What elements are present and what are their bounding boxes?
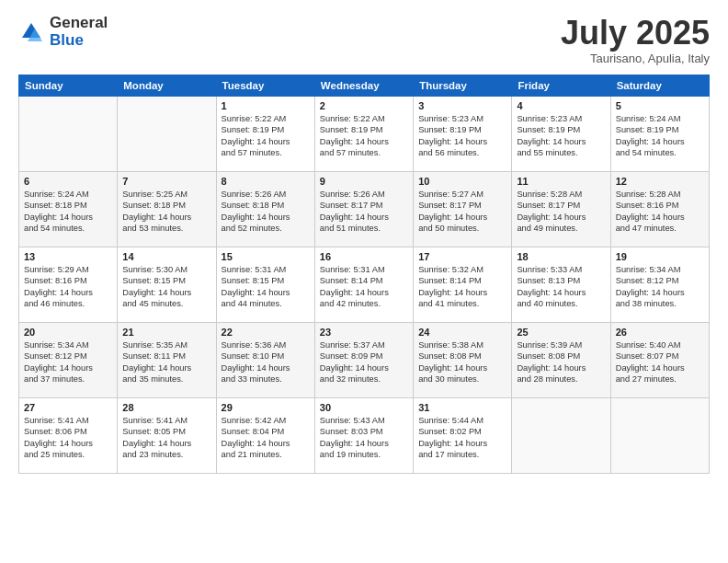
calendar-weekday-friday: Friday	[512, 75, 610, 96]
cell-line: and 42 minutes.	[320, 298, 408, 310]
calendar-cell: 12Sunrise: 5:28 AMSunset: 8:16 PMDayligh…	[610, 171, 709, 247]
day-number: 4	[517, 100, 605, 111]
calendar-week-row: 27Sunrise: 5:41 AMSunset: 8:06 PMDayligh…	[19, 397, 710, 473]
cell-line: and 41 minutes.	[418, 298, 506, 310]
cell-line: Sunrise: 5:29 AM	[24, 264, 112, 276]
day-number: 2	[320, 100, 408, 111]
cell-line: Daylight: 14 hours	[418, 212, 506, 224]
calendar-cell: 5Sunrise: 5:24 AMSunset: 8:19 PMDaylight…	[610, 96, 709, 171]
cell-line: Sunset: 8:15 PM	[222, 275, 310, 287]
cell-line: Sunrise: 5:28 AM	[616, 189, 704, 201]
cell-line: Daylight: 14 hours	[517, 362, 605, 374]
cell-line: Sunrise: 5:36 AM	[222, 339, 310, 351]
day-number: 30	[320, 402, 408, 413]
cell-line: Sunrise: 5:25 AM	[122, 189, 210, 201]
cell-line: and 38 minutes.	[616, 298, 704, 310]
cell-line: and 49 minutes.	[517, 223, 605, 235]
cell-line: Daylight: 14 hours	[122, 287, 210, 299]
calendar-cell: 31Sunrise: 5:44 AMSunset: 8:02 PMDayligh…	[414, 397, 512, 473]
cell-line: Sunrise: 5:37 AM	[320, 339, 408, 351]
cell-line: Sunset: 8:02 PM	[418, 426, 506, 438]
cell-line: Sunset: 8:19 PM	[320, 124, 408, 136]
cell-line: Sunset: 8:18 PM	[222, 200, 310, 212]
cell-line: Sunrise: 5:23 AM	[517, 113, 605, 125]
month-title: July 2025	[561, 15, 710, 52]
cell-line: and 19 minutes.	[320, 449, 408, 461]
cell-line: Sunrise: 5:22 AM	[320, 113, 408, 125]
calendar-weekday-tuesday: Tuesday	[216, 75, 314, 96]
cell-line: Daylight: 14 hours	[222, 212, 310, 224]
cell-line: and 33 minutes.	[222, 373, 310, 385]
cell-line: Daylight: 14 hours	[320, 438, 408, 450]
calendar-cell: 11Sunrise: 5:28 AMSunset: 8:17 PMDayligh…	[512, 171, 610, 247]
calendar-weekday-sunday: Sunday	[19, 75, 118, 96]
calendar-cell: 2Sunrise: 5:22 AMSunset: 8:19 PMDaylight…	[314, 96, 413, 171]
calendar-header-row: SundayMondayTuesdayWednesdayThursdayFrid…	[19, 75, 710, 96]
cell-line: Sunset: 8:16 PM	[24, 275, 112, 287]
day-number: 25	[517, 327, 605, 338]
cell-line: Daylight: 14 hours	[222, 438, 310, 450]
cell-line: Daylight: 14 hours	[222, 362, 310, 374]
day-number: 13	[24, 251, 112, 262]
calendar-cell: 18Sunrise: 5:33 AMSunset: 8:13 PMDayligh…	[512, 247, 610, 322]
cell-line: Sunset: 8:18 PM	[122, 200, 210, 212]
calendar-cell: 28Sunrise: 5:41 AMSunset: 8:05 PMDayligh…	[118, 397, 216, 473]
cell-line: Sunset: 8:19 PM	[517, 124, 605, 136]
calendar-week-row: 1Sunrise: 5:22 AMSunset: 8:19 PMDaylight…	[19, 96, 710, 171]
cell-line: and 32 minutes.	[320, 373, 408, 385]
day-number: 27	[24, 402, 112, 413]
cell-line: Sunset: 8:10 PM	[222, 350, 310, 362]
cell-line: Daylight: 14 hours	[320, 287, 408, 299]
day-number: 8	[222, 176, 310, 187]
day-number: 28	[122, 402, 210, 413]
calendar-cell: 14Sunrise: 5:30 AMSunset: 8:15 PMDayligh…	[118, 247, 216, 322]
cell-line: and 35 minutes.	[122, 373, 210, 385]
day-number: 23	[320, 327, 408, 338]
cell-line: Sunrise: 5:44 AM	[418, 415, 506, 427]
cell-line: Daylight: 14 hours	[24, 438, 112, 450]
cell-line: Daylight: 14 hours	[320, 212, 408, 224]
cell-line: Daylight: 14 hours	[616, 136, 704, 148]
cell-line: Sunset: 8:14 PM	[418, 275, 506, 287]
calendar-weekday-monday: Monday	[118, 75, 216, 96]
cell-line: and 25 minutes.	[24, 449, 112, 461]
calendar-week-row: 6Sunrise: 5:24 AMSunset: 8:18 PMDaylight…	[19, 171, 710, 247]
calendar-cell: 7Sunrise: 5:25 AMSunset: 8:18 PMDaylight…	[118, 171, 216, 247]
cell-line: and 30 minutes.	[418, 373, 506, 385]
calendar-cell: 16Sunrise: 5:31 AMSunset: 8:14 PMDayligh…	[314, 247, 413, 322]
cell-line: Sunset: 8:03 PM	[320, 426, 408, 438]
day-number: 7	[122, 176, 210, 187]
cell-line: Daylight: 14 hours	[320, 136, 408, 148]
calendar-cell: 9Sunrise: 5:26 AMSunset: 8:17 PMDaylight…	[314, 171, 413, 247]
cell-line: and 52 minutes.	[222, 223, 310, 235]
day-number: 10	[418, 176, 506, 187]
calendar-cell: 25Sunrise: 5:39 AMSunset: 8:08 PMDayligh…	[512, 322, 610, 397]
cell-line: Sunset: 8:08 PM	[418, 350, 506, 362]
cell-line: and 50 minutes.	[418, 223, 506, 235]
cell-line: Sunset: 8:19 PM	[222, 124, 310, 136]
cell-line: Sunrise: 5:42 AM	[222, 415, 310, 427]
cell-line: and 28 minutes.	[517, 373, 605, 385]
cell-line: and 17 minutes.	[418, 449, 506, 461]
day-number: 15	[222, 251, 310, 262]
calendar-cell: 20Sunrise: 5:34 AMSunset: 8:12 PMDayligh…	[19, 322, 118, 397]
day-number: 17	[418, 251, 506, 262]
calendar-cell	[118, 96, 216, 171]
day-number: 20	[24, 327, 112, 338]
day-number: 14	[122, 251, 210, 262]
cell-line: Sunrise: 5:35 AM	[122, 339, 210, 351]
cell-line: Daylight: 14 hours	[122, 362, 210, 374]
logo-text: General Blue	[50, 15, 108, 49]
cell-line: Sunrise: 5:30 AM	[122, 264, 210, 276]
cell-line: Sunrise: 5:28 AM	[517, 189, 605, 201]
cell-line: Daylight: 14 hours	[122, 438, 210, 450]
cell-line: Sunset: 8:15 PM	[122, 275, 210, 287]
cell-line: Daylight: 14 hours	[222, 136, 310, 148]
day-number: 9	[320, 176, 408, 187]
cell-line: Daylight: 14 hours	[24, 362, 112, 374]
cell-line: Sunrise: 5:24 AM	[24, 189, 112, 201]
cell-line: Daylight: 14 hours	[616, 287, 704, 299]
calendar-cell: 27Sunrise: 5:41 AMSunset: 8:06 PMDayligh…	[19, 397, 118, 473]
cell-line: Daylight: 14 hours	[517, 287, 605, 299]
calendar-cell: 26Sunrise: 5:40 AMSunset: 8:07 PMDayligh…	[610, 322, 709, 397]
